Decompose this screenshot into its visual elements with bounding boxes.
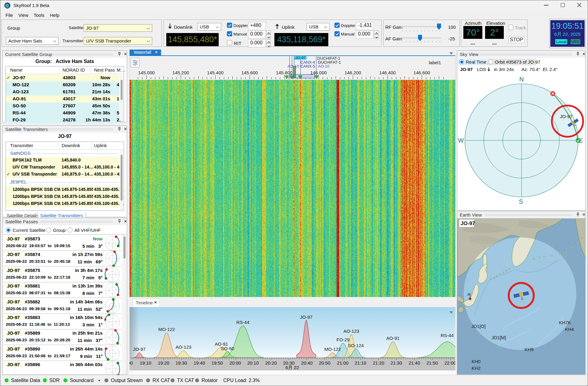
svg-text:JO-97: JO-97 <box>560 114 572 119</box>
svg-text:20:20: 20:20 <box>265 360 277 366</box>
svg-text:21:50: 21:50 <box>426 360 438 366</box>
svg-text:21:00: 21:00 <box>337 360 349 366</box>
svg-text:MO-122: MO-122 <box>324 347 341 352</box>
svg-text:21:20: 21:20 <box>373 360 384 366</box>
svg-text:21:40: 21:40 <box>409 360 420 366</box>
svg-text:JO-97: JO-97 <box>461 221 475 226</box>
svg-text:21:10: 21:10 <box>355 360 366 366</box>
svg-text:KH4: KH4 <box>565 327 574 332</box>
svg-text:MO-122: MO-122 <box>158 327 175 332</box>
svg-text:AO-91: AO-91 <box>386 336 399 341</box>
svg-text:KH0: KH0 <box>472 359 481 364</box>
svg-text:JD1[M]: JD1[M] <box>492 335 506 340</box>
svg-text:W: W <box>458 137 464 144</box>
svg-text:RS-44: RS-44 <box>236 320 250 325</box>
svg-text:FO-29: FO-29 <box>337 337 350 342</box>
svg-text:19:00: 19:00 <box>130 360 133 366</box>
svg-text:JO-97: JO-97 <box>300 314 313 320</box>
svg-text:19:20: 19:20 <box>158 360 169 366</box>
svg-text:JO-97: JO-97 <box>133 347 146 352</box>
svg-text:KH9: KH9 <box>525 347 533 352</box>
svg-text:AO-123: AO-123 <box>343 328 359 334</box>
svg-text:19:30: 19:30 <box>175 360 187 366</box>
svg-text:JD1[O]: JD1[O] <box>471 324 486 329</box>
svg-text:RS-44: RS-44 <box>441 333 454 338</box>
svg-text:19:10: 19:10 <box>140 360 151 366</box>
svg-text:19:50: 19:50 <box>211 360 223 366</box>
svg-text:KH7K: KH7K <box>559 320 571 325</box>
svg-text:SO-124: SO-124 <box>348 343 364 348</box>
svg-text:6月 22: 6月 22 <box>285 365 299 370</box>
svg-text:KH2: KH2 <box>472 366 481 371</box>
svg-text:AO-123: AO-123 <box>175 344 191 350</box>
svg-text:21:30: 21:30 <box>390 360 402 366</box>
svg-text:20:40: 20:40 <box>301 360 313 366</box>
svg-text:19:40: 19:40 <box>194 360 205 366</box>
svg-text:SO-50: SO-50 <box>221 346 234 351</box>
svg-text:20:00: 20:00 <box>229 360 241 366</box>
svg-text:20:10: 20:10 <box>247 360 259 366</box>
svg-text:20:50: 20:50 <box>319 360 330 366</box>
svg-text:N: N <box>519 76 524 83</box>
svg-text:22:00: 22:00 <box>444 360 455 366</box>
svg-text:S: S <box>519 198 523 205</box>
